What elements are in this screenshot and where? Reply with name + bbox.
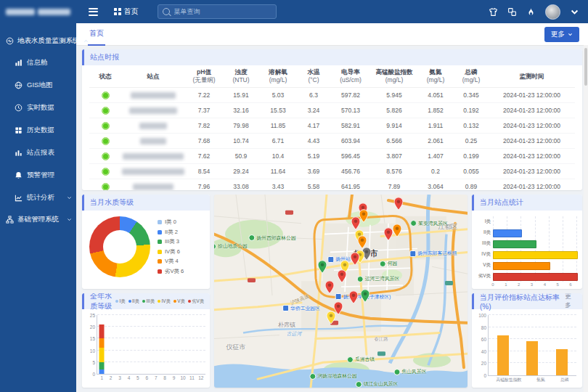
x-tick-label: 2: [106, 375, 115, 380]
map-pin-green[interactable]: [361, 289, 370, 303]
value-cell: 6.3: [297, 91, 330, 99]
yearly-legend: I类II类III类IV类V类劣V类: [115, 298, 204, 305]
breadcrumb-label: 首页: [124, 7, 139, 17]
tab-home[interactable]: 首页: [88, 23, 105, 46]
value-cell: 3.69: [297, 168, 330, 175]
quality-donut-chart: [89, 216, 150, 277]
page-scrollbar[interactable]: [584, 45, 588, 392]
alert-manage-icon: [15, 171, 23, 179]
column-header-溶解氧: 溶解氧(mg/L): [259, 68, 297, 83]
map-pin-red[interactable]: [394, 197, 404, 211]
table-row[interactable]: 7.8279.9811.854.17582.919.9141.9110.1322…: [89, 118, 575, 134]
sidebar-item-历史数据[interactable]: 历史数据: [0, 119, 76, 142]
sidebar-item-实时数据[interactable]: 实时数据: [0, 97, 76, 119]
hbar-row-II类: II类: [475, 227, 576, 238]
table-row[interactable]: 7.3732.1615.533.24570.135.8261.8520.1922…: [89, 103, 575, 118]
value-cell: 8.54: [185, 168, 223, 175]
x-tick-label: 12: [197, 375, 205, 380]
map-pin-red[interactable]: [384, 227, 393, 241]
user-menu-chevron-icon[interactable]: [570, 7, 579, 17]
sidebar-item-站点报表[interactable]: 站点报表: [0, 142, 76, 164]
page-scrollbar-thumb[interactable]: [584, 48, 587, 86]
table-row[interactable]: 7.6810.746.714.43603.946.5662.0610.25202…: [89, 134, 575, 149]
map-pin-green[interactable]: [318, 260, 327, 274]
station-report-title: 站点时报: [90, 52, 119, 62]
x-tick-label: 10: [179, 375, 187, 380]
y-tick-label: 25: [90, 313, 95, 318]
hbar-row-IV类: IV类: [475, 249, 576, 260]
yearly-legend-V类: V类: [173, 298, 185, 305]
vbar-bar-高锰酸盐指数: [497, 335, 509, 375]
y-tick-label: 40: [481, 348, 486, 354]
map-pin-yellow[interactable]: [327, 311, 336, 324]
compliance-more-link[interactable]: 更多: [565, 293, 576, 310]
yearly-quality-title: 全年水质等级: [90, 293, 115, 311]
sidebar-item-label: 实时数据: [27, 103, 54, 113]
value-cell: 9.914: [371, 122, 417, 129]
value-cell: 7.89: [371, 183, 417, 190]
table-row[interactable]: 7.2215.915.036.3597.825.9454.0510.345202…: [89, 88, 575, 103]
layout-switch-icon[interactable]: [507, 7, 517, 17]
sidebar-item-预警管理[interactable]: 预警管理: [0, 164, 76, 187]
sidebar-group-基础管理系统[interactable]: 基础管理系统: [0, 209, 76, 230]
flame-icon[interactable]: [526, 7, 536, 17]
menu-search[interactable]: [158, 4, 277, 19]
stacked-bar: [118, 315, 123, 374]
value-cell: 5.19: [297, 152, 330, 160]
month-column: 3: [115, 315, 124, 374]
station-report-panel: 站点时报 状态站点pH值(无量纲)浊度(NTU)溶解氧(mg/L)水温(°C)电…: [82, 49, 582, 190]
table-row[interactable]: 8.5429.2411.643.69456.768.5760.20.055202…: [89, 164, 575, 179]
stacked-bar: [135, 315, 140, 374]
sidebar-group-地表水质量监测系统[interactable]: 地表水质量监测系统: [0, 30, 76, 52]
value-cell: 11.85: [259, 122, 297, 129]
column-header-状态: 状态: [89, 73, 121, 81]
station-name-redacted: [121, 153, 185, 160]
value-cell: 5.945: [371, 91, 417, 99]
sidebar-item-GIS地图[interactable]: GIS地图: [0, 74, 76, 97]
value-cell: 582.91: [330, 122, 371, 129]
hbar-track: [493, 249, 576, 260]
map-pin-red[interactable]: [351, 216, 361, 230]
map-pin-orange[interactable]: [393, 224, 402, 237]
time-cell: 2024-01-23 12:00:00: [489, 91, 575, 99]
monitor-system-icon: [6, 37, 14, 45]
table-row[interactable]: 7.9633.083.435.58641.957.893.0640.892024…: [89, 179, 575, 190]
hbar-bar-II类: [493, 229, 522, 237]
map-pin-red[interactable]: [325, 280, 335, 294]
station-map[interactable]: 扬州市仪征市江都区扬州西郊森林公园捺山地质公园茱萸湾风景区何园运河三湾风景区扬州…: [214, 195, 467, 388]
search-icon: [163, 8, 170, 15]
station-name-redacted: [121, 138, 185, 144]
value-cell: 8.576: [371, 168, 417, 175]
map-pin-red[interactable]: [338, 269, 347, 283]
yearly-legend-I类: I类: [115, 298, 126, 305]
hbar-bar-III类: [493, 240, 536, 248]
stats-analysis-icon: [15, 194, 23, 202]
yearly-legend-劣V类: 劣V类: [188, 298, 204, 305]
map-pin-red[interactable]: [349, 290, 359, 304]
value-cell: 32.16: [223, 107, 259, 114]
menu-toggle-icon[interactable]: [82, 8, 104, 16]
more-button[interactable]: 更多: [544, 27, 579, 42]
y-tick-label: 0: [92, 372, 95, 377]
base-system-icon: [6, 216, 14, 224]
stacked-bar: [181, 315, 186, 374]
value-cell: 0.055: [454, 168, 489, 175]
x-tick-label: 11: [187, 375, 196, 380]
sidebar-item-信息舱[interactable]: 信息舱: [0, 52, 76, 74]
table-row[interactable]: 7.6250.910.45.19596.453.8071.4070.199202…: [89, 149, 575, 164]
time-cell: 2024-01-23 12:00:00: [489, 183, 575, 190]
sidebar-item-统计分析[interactable]: 统计分析: [0, 187, 76, 209]
month-column: 10: [179, 315, 187, 374]
map-label-焦山风景区: 焦山风景区: [394, 368, 427, 375]
user-avatar[interactable]: [545, 4, 560, 20]
value-cell: 5.03: [259, 91, 297, 99]
y-tick-label: 80: [481, 324, 486, 330]
theme-icon[interactable]: [489, 7, 498, 17]
search-input[interactable]: [173, 7, 271, 16]
breadcrumb[interactable]: 首页: [114, 7, 139, 17]
map-pin-red[interactable]: [351, 252, 360, 266]
y-tick-label: 5: [92, 359, 95, 364]
legend-item-V类: V类 4: [158, 258, 184, 265]
bar-segment-II类: [99, 369, 105, 374]
hbar-row-V类: V类: [475, 260, 576, 271]
